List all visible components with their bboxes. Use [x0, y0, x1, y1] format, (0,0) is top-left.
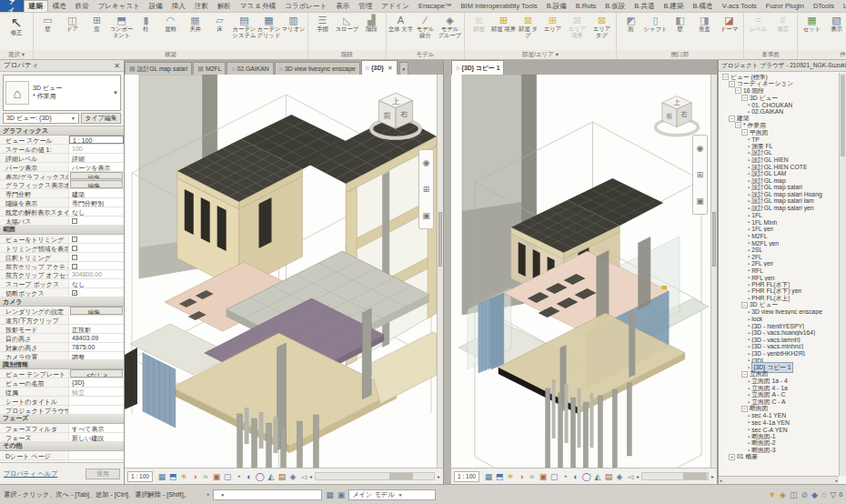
navigation-bar[interactable]: ◉ ⊞ ▣: [418, 149, 434, 229]
pinned-select-icon[interactable]: ⊘: [801, 490, 809, 499]
scroll-right-icon[interactable]: ▸: [711, 473, 714, 479]
tree-item[interactable]: ▪01. CHOUKAN: [719, 101, 839, 108]
ribbon-button[interactable]: ◪ドーマ: [717, 14, 741, 50]
reveal-hidden-elements-icon[interactable]: ◯: [581, 471, 592, 482]
collapse-icon[interactable]: −: [741, 371, 748, 378]
visual-style-icon[interactable]: ▦: [483, 471, 494, 482]
sketchy-lines-icon[interactable]: ≈: [527, 471, 538, 482]
tree-item[interactable]: ▪{3D - yenbtHKH2R}: [719, 350, 839, 358]
property-value[interactable]: なし: [69, 207, 124, 216]
3d-viewport-right[interactable]: 上 前 右 ◉ ⊞ ▣: [451, 75, 710, 468]
pan-icon[interactable]: ▣: [422, 211, 430, 220]
temporary-hide-isolate-icon[interactable]: ◐: [244, 471, 255, 482]
face-select-icon[interactable]: ◆: [811, 490, 818, 499]
tree-item[interactable]: ▪{3D - vacs.lamnh}: [719, 337, 839, 344]
ribbon-tab[interactable]: 挿入: [167, 0, 190, 12]
crop-view-icon[interactable]: ▣: [538, 471, 549, 482]
tree-item[interactable]: ▪3D view livesync enscape: [719, 308, 839, 316]
tree-item[interactable]: ▪{3D} コピー 1: [719, 364, 839, 371]
ribbon-button[interactable]: ⬒コンポー ネント: [109, 14, 134, 50]
sun-path-icon[interactable]: ☀: [505, 471, 516, 482]
collapse-icon[interactable]: −: [735, 122, 741, 128]
ribbon-group-label[interactable]: 部屋/エリア ▾: [465, 50, 616, 59]
ribbon-tab[interactable]: 注釈: [190, 0, 213, 12]
ribbon-tab[interactable]: Enscape™: [414, 0, 457, 12]
property-value[interactable]: 詳細: [69, 154, 124, 162]
ribbon-button[interactable]: ⊠部屋 タグ: [516, 14, 540, 50]
tree-item[interactable]: ▪設計GL map salari yen: [719, 205, 839, 212]
type-selector[interactable]: ⌂ 3D ビュー * 作業用 ▼: [3, 75, 121, 111]
ribbon-button[interactable]: ◺スロープ: [335, 14, 359, 50]
viewcube-top-label[interactable]: 上: [392, 97, 400, 106]
worksets-icon[interactable]: ◔: [205, 490, 209, 499]
property-value[interactable]: [69, 316, 124, 324]
design-option-combo[interactable]: メイン モデル▼: [348, 489, 436, 500]
tree-item[interactable]: ▪測量 FL: [719, 143, 839, 150]
checkbox[interactable]: [72, 255, 77, 260]
vertical-scrollbar[interactable]: [839, 73, 846, 476]
underlay-select-icon[interactable]: ◫: [790, 490, 798, 499]
scroll-left-icon[interactable]: ◂: [309, 473, 312, 479]
ribbon-tab[interactable]: 構造: [48, 0, 71, 12]
property-edit-button[interactable]: 編集...: [70, 307, 123, 315]
ribbon-button[interactable]: ◫ドア: [60, 14, 85, 50]
tree-item[interactable]: ▪TP: [719, 136, 839, 143]
worksharing-display-icon[interactable]: ◭: [266, 471, 277, 482]
ribbon-button[interactable]: ◧壁: [668, 14, 692, 50]
ribbon-tab[interactable]: プレキャスト: [94, 0, 145, 12]
ribbon-button[interactable]: ▧表示: [824, 14, 846, 50]
property-value[interactable]: [69, 406, 124, 414]
selection-filter-icon[interactable]: ▼: [768, 490, 776, 499]
pan-icon[interactable]: ▣: [696, 197, 704, 206]
checkbox[interactable]: [72, 237, 77, 242]
3d-viewport-left[interactable]: 上 前 右 ◉ ⊞ ▣: [125, 75, 437, 468]
tree-item[interactable]: ▪lock: [719, 316, 839, 323]
apply-button[interactable]: 適用: [86, 469, 120, 479]
ribbon-button[interactable]: ∕モデル 線分: [413, 14, 438, 50]
property-value[interactable]: {3D}: [69, 378, 124, 387]
collapse-icon[interactable]: −: [741, 302, 748, 308]
collapse-icon[interactable]: −: [741, 95, 748, 101]
checkbox[interactable]: [72, 264, 77, 269]
tab-list-menu-icon[interactable]: ▼: [399, 62, 408, 75]
edit-type-button[interactable]: タイプ編集: [81, 113, 121, 124]
workset-combo[interactable]: ▼: [213, 489, 322, 500]
ribbon-button[interactable]: A立体 文字: [388, 14, 413, 50]
worksets-dialog-icon[interactable]: ▦: [326, 490, 334, 499]
checkbox[interactable]: ✓: [72, 290, 77, 296]
ribbon-button[interactable]: ⊞部屋 境界: [491, 14, 516, 50]
property-value[interactable]: なし: [69, 279, 124, 287]
links-select-icon[interactable]: ◈: [780, 490, 786, 499]
tree-item[interactable]: ▪sec 4-1 YEN: [719, 412, 839, 419]
viewcube-top-label[interactable]: 上: [673, 98, 680, 106]
viewcube-right-label[interactable]: 右: [681, 110, 688, 118]
ribbon-button[interactable]: ▱床: [207, 14, 232, 50]
scroll-right-icon[interactable]: ▸: [438, 473, 440, 479]
property-value[interactable]: 正投影: [69, 325, 124, 333]
ribbon-button[interactable]: ⊞窓: [85, 14, 109, 50]
ribbon-button[interactable]: ☰手摺: [310, 14, 335, 50]
ribbon-tab[interactable]: 建築: [24, 0, 48, 12]
tree-item[interactable]: ▪2FL yen: [719, 260, 839, 267]
ribbon-button[interactable]: ↖修正: [2, 14, 31, 50]
ribbon-group-label[interactable]: 階段: [308, 50, 386, 59]
property-section-header[interactable]: 識別情報: [0, 360, 124, 369]
tree-item[interactable]: ▪PHR FL(水上): [719, 295, 839, 302]
property-section-header[interactable]: フェーズ: [0, 415, 124, 424]
tree-item[interactable]: ▪{3D - vacs.minhnc}: [719, 343, 839, 350]
view-scale-button[interactable]: 1 : 100: [127, 471, 153, 482]
steering-wheel-icon[interactable]: ◉: [423, 158, 430, 167]
tree-item[interactable]: −コーディネーション: [719, 81, 839, 88]
ribbon-button[interactable]: ▥マリオン: [281, 14, 306, 50]
temporary-view-properties-icon[interactable]: ▤: [277, 471, 287, 482]
tree-item[interactable]: −* 作業用: [719, 122, 839, 129]
ribbon-tab[interactable]: B.設備: [542, 0, 571, 12]
ribbon-button[interactable]: ▯シャフト: [643, 14, 668, 50]
tree-item[interactable]: ▪断面図-2: [719, 439, 839, 447]
property-value[interactable]: パーツを表示: [69, 163, 124, 171]
sketchy-lines-icon[interactable]: ≈: [200, 471, 211, 482]
property-section-header[interactable]: カメラ: [0, 297, 124, 307]
collapse-icon[interactable]: −: [735, 87, 741, 94]
reveal-hidden-elements-icon[interactable]: ◯: [255, 471, 266, 482]
ribbon-tab[interactable]: V-acs Tools: [718, 0, 761, 12]
